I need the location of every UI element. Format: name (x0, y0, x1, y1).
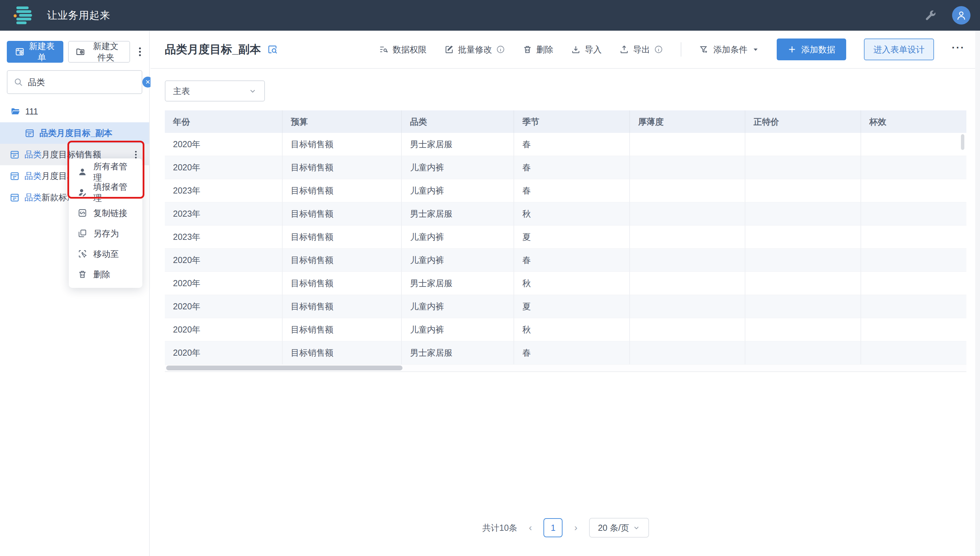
next-page-chevron-icon[interactable]: › (574, 522, 577, 533)
table-cell (861, 295, 966, 318)
filter-plus-icon (699, 45, 709, 54)
table-cell: 2020年 (165, 249, 283, 272)
data-permission-label: 数据权限 (393, 44, 427, 55)
table-header-row: 年份预算品类季节厚薄度正特价杯效 (165, 110, 966, 133)
sidebar: 新建表单 新建文件夹 ✕ 111 品类月度目标_副本 (0, 31, 150, 556)
sidebar-search[interactable]: ✕ (7, 70, 142, 94)
horizontal-scrollbar-track (165, 365, 966, 371)
prev-page-chevron-icon[interactable]: ‹ (529, 522, 532, 533)
import-button[interactable]: 导入 (571, 44, 602, 55)
table-cell: 目标销售额 (283, 202, 402, 226)
plus-icon (788, 45, 796, 54)
column-header[interactable]: 杯效 (861, 110, 966, 133)
table-row[interactable]: 2023年目标销售额男士家居服秋 (165, 202, 966, 226)
page-scrollbar-track[interactable] (975, 31, 980, 556)
page-title: 品类月度目标_副本 (165, 42, 261, 57)
tree-item-label: 月度目标销售额 (42, 150, 101, 159)
table-cell (861, 226, 966, 249)
column-header[interactable]: 年份 (165, 110, 283, 133)
table-cell (630, 295, 745, 318)
menu-item-label: 移动至 (93, 248, 119, 260)
table-cell: 2020年 (165, 156, 283, 179)
settings-wrench-icon[interactable] (924, 9, 936, 21)
column-header[interactable]: 预算 (283, 110, 402, 133)
search-match-text: 品类 (24, 192, 42, 202)
table-row[interactable]: 2023年目标销售额儿童内裤夏 (165, 226, 966, 249)
table-row[interactable]: 2020年目标销售额儿童内裤春 (165, 249, 966, 272)
vertical-scrollbar[interactable] (961, 134, 964, 150)
form-icon (10, 150, 20, 160)
app-logo-icon (11, 6, 33, 25)
table-row[interactable]: 2020年目标销售额男士家居服春 (165, 133, 966, 156)
table-body: 2020年目标销售额男士家居服春2020年目标销售额儿童内裤春2023年目标销售… (165, 133, 966, 365)
column-header[interactable]: 厚薄度 (630, 110, 745, 133)
table-view-select[interactable]: 主表 (165, 81, 265, 102)
menu-item-save-as[interactable]: 另存为 (69, 223, 142, 244)
table-cell (861, 133, 966, 156)
batch-edit-button[interactable]: 批量修改 (444, 44, 505, 55)
menu-item-move-to[interactable]: 移动至 (69, 244, 142, 264)
move-icon (77, 249, 87, 259)
menu-item-label: 复制链接 (93, 207, 127, 219)
table-cell: 2023年 (165, 202, 283, 226)
item-actions-kebab-icon[interactable] (132, 150, 140, 159)
more-ellipsis-button[interactable]: ··· (952, 42, 965, 57)
table-cell: 男士家居服 (402, 202, 514, 226)
table-cell: 目标销售额 (283, 295, 402, 318)
table-cell: 春 (514, 341, 630, 365)
table-cell (745, 272, 861, 295)
table-cell: 春 (514, 156, 630, 179)
preview-icon[interactable] (267, 44, 278, 55)
sidebar-more-kebab-icon[interactable] (135, 47, 144, 57)
table-row[interactable]: 2020年目标销售额男士家居服春 (165, 341, 966, 365)
table-cell (861, 318, 966, 341)
table-cell (630, 202, 745, 226)
total-count-label: 共计10条 (482, 522, 517, 533)
info-icon (496, 45, 505, 54)
new-folder-button[interactable]: 新建文件夹 (68, 41, 130, 63)
menu-item-label: 另存为 (93, 228, 119, 239)
table-cell (745, 295, 861, 318)
page-size-select[interactable]: 20 条/页 (589, 518, 649, 538)
menu-item-owner-management[interactable]: 所有者管理 (69, 162, 142, 182)
table-row[interactable]: 2020年目标销售额男士家居服秋 (165, 272, 966, 295)
table-row[interactable]: 2020年目标销售额儿童内裤夏 (165, 295, 966, 318)
sidebar-item-selected-form[interactable]: 品类月度目标_副本 (0, 122, 149, 144)
menu-item-label: 所有者管理 (93, 161, 134, 183)
data-permission-button[interactable]: 数据权限 (379, 44, 427, 55)
view-select-value: 主表 (173, 86, 190, 97)
horizontal-scrollbar-thumb[interactable] (166, 365, 403, 370)
page-number-button[interactable]: 1 (543, 518, 563, 537)
tree-item-label: 品类月度目标_副本 (40, 128, 112, 139)
table-cell: 儿童内裤 (402, 179, 514, 202)
add-data-button[interactable]: 添加数据 (777, 39, 846, 60)
export-button[interactable]: 导出 (619, 44, 663, 55)
search-match-text: 品类 (24, 171, 42, 181)
new-form-button[interactable]: 新建表单 (7, 41, 63, 63)
table-cell: 2020年 (165, 341, 283, 365)
table-row[interactable]: 2023年目标销售额儿童内裤春 (165, 179, 966, 202)
table-row[interactable]: 2020年目标销售额儿童内裤春 (165, 156, 966, 179)
menu-item-label: 删除 (93, 269, 110, 280)
tree-item-label: 111 (25, 107, 38, 116)
enter-form-design-button[interactable]: 进入表单设计 (864, 39, 934, 60)
menu-item-delete[interactable]: 删除 (69, 264, 142, 284)
menu-item-submitter-management[interactable]: 填报者管理 (69, 182, 142, 203)
add-condition-button[interactable]: 添加条件 (699, 44, 759, 55)
column-header[interactable]: 品类 (402, 110, 514, 133)
menu-item-copy-link[interactable]: 复制链接 (69, 203, 142, 223)
user-avatar-icon[interactable] (952, 6, 970, 24)
search-input[interactable] (28, 78, 137, 87)
main-header: 品类月度目标_副本 数据权限 批量修改 (150, 31, 980, 69)
table-row[interactable]: 2020年目标销售额儿童内裤秋 (165, 318, 966, 341)
person-edit-icon (77, 188, 87, 197)
table-cell: 夏 (514, 295, 630, 318)
form-icon (10, 192, 20, 203)
table-cell: 秋 (514, 202, 630, 226)
column-header[interactable]: 季节 (514, 110, 630, 133)
delete-button[interactable]: 删除 (523, 44, 553, 55)
table-cell (745, 202, 861, 226)
data-table: 年份预算品类季节厚薄度正特价杯效 2020年目标销售额男士家居服春2020年目标… (165, 110, 966, 372)
sidebar-folder-111[interactable]: 111 (0, 101, 149, 122)
column-header[interactable]: 正特价 (745, 110, 861, 133)
